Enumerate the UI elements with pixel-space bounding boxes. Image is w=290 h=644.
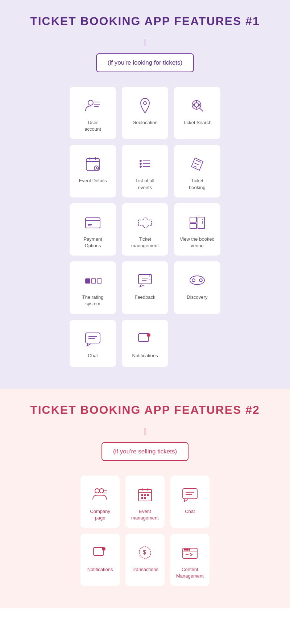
svg-rect-48 — [86, 333, 100, 343]
transactions-label: Transactions — [132, 566, 158, 573]
feature-content-management: ContentManagement — [170, 534, 210, 586]
feature-view-venue: View the bookedvenue — [174, 203, 220, 256]
feature-ticket-search: Ticket Search — [174, 87, 220, 139]
feature-company-page: Companypage — [80, 476, 120, 528]
svg-point-6 — [194, 103, 199, 107]
section1-grid: Useraccount Geolocation — [70, 87, 220, 367]
svg-point-4 — [144, 102, 146, 105]
svg-text:−: − — [149, 278, 151, 282]
feature-payment-options: PaymentOptions — [70, 203, 116, 256]
chat-icon — [83, 329, 103, 349]
section2-subtitle: (if you're selling tickets) — [102, 442, 188, 461]
svg-rect-39 — [97, 279, 102, 283]
svg-line-26 — [194, 163, 199, 165]
connector2 — [145, 428, 145, 435]
content-management-icon — [180, 542, 200, 563]
content-management-label: ContentManagement — [176, 566, 204, 579]
view-venue-icon — [187, 212, 207, 232]
payment-options-label: PaymentOptions — [83, 236, 102, 249]
ticket-search-icon — [187, 95, 207, 116]
feature-event-management: Eventmanagement — [125, 476, 165, 528]
feature-ticket-booking: Ticketbooking — [174, 145, 220, 197]
chat2-icon — [180, 484, 200, 505]
ticket-management-label: Ticketmanagement — [131, 236, 159, 249]
company-page-label: Companypage — [90, 508, 110, 521]
svg-point-64 — [141, 497, 143, 499]
company-page-icon — [90, 484, 110, 505]
feature-discovery: Discovery — [174, 261, 220, 314]
feature-ticket-management: Ticketmanagement — [122, 203, 168, 256]
list-events-label: List of allevents — [136, 178, 154, 191]
ticket-booking-label: Ticketbooking — [189, 178, 206, 191]
svg-point-46 — [192, 279, 195, 282]
rating-icon — [83, 270, 103, 290]
ticket-management-icon — [135, 212, 155, 232]
svg-point-53 — [95, 489, 99, 493]
svg-point-63 — [147, 494, 149, 496]
svg-point-9 — [196, 107, 197, 108]
event-management-label: Eventmanagement — [131, 508, 159, 521]
section2: TICKET BOOKING APP FEATURES #2 (if you'r… — [0, 389, 290, 608]
svg-point-75 — [184, 549, 186, 550]
chat2-label: Chat — [185, 508, 195, 515]
event-management-icon — [135, 484, 155, 505]
svg-rect-34 — [198, 217, 204, 229]
connector2-line-top — [145, 428, 145, 435]
svg-point-62 — [144, 494, 146, 496]
feature-rating: The ratingsystem — [70, 261, 116, 314]
notifications2-icon — [90, 542, 110, 563]
feedback-icon: + − — [135, 270, 155, 290]
discovery-icon — [187, 270, 207, 290]
svg-point-20 — [140, 163, 141, 164]
svg-point-70 — [102, 547, 105, 551]
view-venue-label: View the bookedvenue — [180, 236, 215, 249]
feature-notifications2: Notifications — [80, 534, 120, 586]
section1: TICKET BOOKING APP FEATURES #1 (if you'r… — [0, 0, 290, 389]
feature-chat: Chat — [70, 320, 116, 367]
list-events-icon — [135, 154, 155, 174]
feature-geolocation: Geolocation — [122, 87, 168, 139]
svg-rect-38 — [91, 279, 96, 283]
svg-point-19 — [140, 160, 141, 162]
feature-chat2: Chat — [170, 476, 210, 528]
svg-line-7 — [199, 108, 203, 111]
feedback-label: Feedback — [134, 294, 155, 301]
ticket-search-label: Ticket Search — [183, 119, 211, 126]
feature-list-events: List of allevents — [122, 145, 168, 197]
svg-point-65 — [144, 497, 146, 499]
section1-title: TICKET BOOKING APP FEATURES #1 — [18, 15, 272, 28]
ticket-booking-icon — [187, 154, 207, 174]
section1-subtitle: (if you're looking for tickets) — [96, 53, 194, 72]
user-account-label: Useraccount — [84, 119, 101, 133]
svg-point-10 — [193, 105, 194, 105]
svg-rect-28 — [86, 218, 100, 228]
svg-rect-33 — [190, 224, 196, 229]
geolocation-icon — [135, 95, 155, 116]
svg-point-47 — [199, 279, 202, 282]
transactions-icon: $ — [135, 542, 155, 563]
svg-point-61 — [141, 494, 143, 496]
svg-point-77 — [188, 549, 190, 550]
svg-rect-32 — [190, 217, 196, 222]
feature-event-details: Event Details — [70, 145, 116, 197]
payment-options-icon — [83, 212, 103, 232]
geolocation-label: Geolocation — [132, 119, 157, 126]
feature-user-account: Useraccount — [70, 87, 116, 139]
svg-rect-37 — [86, 279, 90, 283]
feature-feedback: + − Feedback — [122, 261, 168, 314]
user-account-icon — [83, 95, 103, 116]
svg-point-76 — [186, 549, 188, 550]
svg-rect-66 — [183, 489, 197, 499]
notifications-label: Notifications — [132, 352, 158, 359]
rating-label: The ratingsystem — [82, 294, 104, 307]
svg-text:$: $ — [143, 549, 146, 555]
connector1 — [145, 39, 145, 46]
svg-point-52 — [147, 333, 150, 337]
svg-point-0 — [88, 100, 93, 105]
chat-label: Chat — [88, 352, 98, 359]
section2-title: TICKET BOOKING APP FEATURES #2 — [18, 403, 272, 417]
notifications-icon — [135, 329, 155, 349]
feature-transactions: $ Transactions — [125, 534, 165, 586]
connector-line-top — [145, 39, 145, 46]
section2-grid: Companypage E — [80, 476, 210, 586]
